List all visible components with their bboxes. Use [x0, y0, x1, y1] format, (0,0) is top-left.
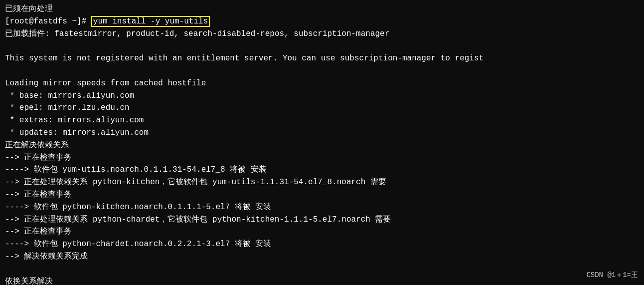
line-2-command: [root@fastdfs ~]# yum install -y yum-uti…: [5, 15, 639, 28]
line-3: 已加载插件: fastestmirror, product-id, search…: [5, 28, 639, 40]
line-18: --> 正在处理依赖关系 python-chardet，它被软件包 python…: [5, 214, 639, 226]
line-15: --> 正在处理依赖关系 python-kitchen，它被软件包 yum-ut…: [5, 176, 639, 189]
line-11: * updates: mirrors.aliyun.com: [5, 127, 639, 139]
line-22-blank: [5, 263, 639, 276]
line-4-blank: [5, 40, 639, 52]
line-13: --> 正在检查事务: [5, 152, 639, 164]
line-16: --> 正在检查事务: [5, 189, 639, 201]
line-1: 已须在向处理: [5, 3, 639, 15]
line-10: * extras: mirrors.aliyun.com: [5, 114, 639, 127]
line-14: ----> 软件包 yum-utils.noarch.0.1.1.31-54.e…: [5, 164, 639, 176]
prompt: [root@fastdfs ~]#: [5, 17, 91, 26]
line-8: * base: mirrors.aliyun.com: [5, 90, 639, 102]
line-7: Loading mirror speeds from cached hostfi…: [5, 77, 639, 90]
line-9: * epel: mirror.lzu.edu.cn: [5, 102, 639, 114]
line-20: ----> 软件包 python-chardet.noarch.0.2.2.1-…: [5, 238, 639, 251]
terminal-window: 已须在向处理 [root@fastdfs ~]# yum install -y …: [0, 0, 644, 285]
line-21: --> 解决依赖关系完成: [5, 251, 639, 263]
watermark: CSDN @1＋1=王: [586, 270, 638, 281]
line-17: ----> 软件包 python-kitchen.noarch.0.1.1.1-…: [5, 201, 639, 214]
line-23: 依换关系解决: [5, 276, 639, 285]
line-5: This system is not registered with an en…: [5, 52, 639, 65]
line-19: --> 正在检查事务: [5, 226, 639, 238]
line-12: 正在解决依赖关系: [5, 139, 639, 152]
command-highlight: yum install -y yum-utils: [91, 16, 210, 27]
line-6-blank: [5, 65, 639, 77]
